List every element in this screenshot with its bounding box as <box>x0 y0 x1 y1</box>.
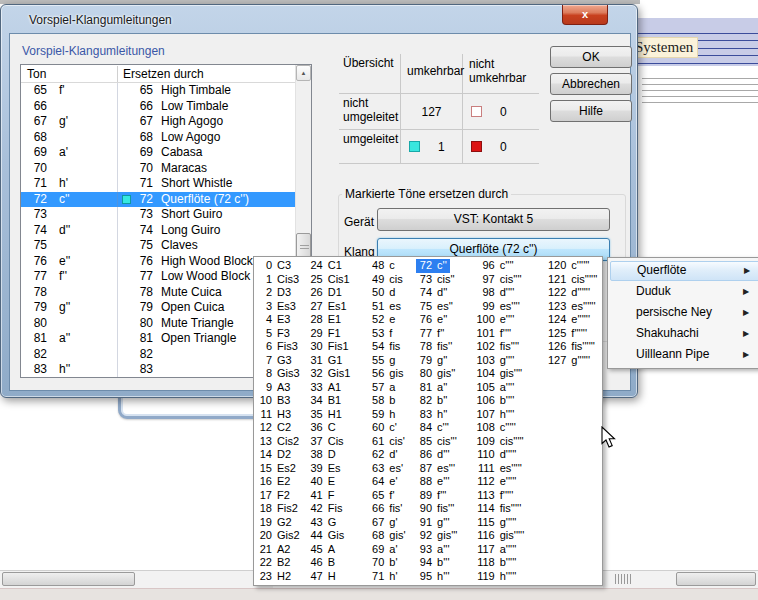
note-cell[interactable]: 0C3 <box>258 259 307 273</box>
note-cell[interactable]: 73cis'' <box>416 273 473 287</box>
note-cell[interactable]: 45A <box>307 543 369 557</box>
note-cell[interactable]: 55g <box>368 354 416 368</box>
note-cell[interactable]: 2D3 <box>258 286 307 300</box>
note-cell[interactable]: 85cis''' <box>416 435 473 449</box>
note-cell[interactable]: 119h''''' <box>473 570 545 584</box>
note-cell[interactable]: 71h' <box>368 570 416 584</box>
note-cell[interactable]: 98d'''' <box>473 286 545 300</box>
note-cell[interactable]: 29F1 <box>307 327 369 341</box>
context-menu-item[interactable]: Uillleann Pipe▶ <box>610 345 758 365</box>
note-cell[interactable]: 126fis'''''' <box>544 340 602 354</box>
note-cell[interactable]: 12C2 <box>258 421 307 435</box>
context-menu-item[interactable]: Duduk▶ <box>610 282 758 302</box>
note-cell[interactable]: 66fis' <box>368 502 416 516</box>
note-cell[interactable]: 38D <box>307 448 369 462</box>
scroll-up-icon[interactable]: ▲ <box>296 65 311 81</box>
note-cell[interactable]: 33A1 <box>307 381 369 395</box>
note-cell[interactable]: 113f''''' <box>473 489 545 503</box>
abbrechen-button[interactable]: Abbrechen <box>550 73 632 95</box>
note-cell[interactable]: 11H3 <box>258 408 307 422</box>
note-cell[interactable]: 68gis' <box>368 529 416 543</box>
note-cell[interactable]: 44Gis <box>307 529 369 543</box>
note-cell[interactable]: 18Fis2 <box>258 502 307 516</box>
note-cell[interactable]: 75es'' <box>416 300 473 314</box>
note-cell[interactable]: 67g' <box>368 516 416 530</box>
context-menu-item[interactable]: Querflöte▶ <box>610 261 758 281</box>
note-cell[interactable]: 97cis'''' <box>473 273 545 287</box>
note-cell[interactable]: 125f'''''' <box>544 327 602 341</box>
note-cell[interactable]: 83h'' <box>416 408 473 422</box>
note-cell[interactable]: 87es''' <box>416 462 473 476</box>
note-cell[interactable]: 42Fis <box>307 502 369 516</box>
note-cell[interactable]: 52e <box>368 313 416 327</box>
note-cell[interactable]: 34B1 <box>307 394 369 408</box>
note-cell[interactable]: 10B3 <box>258 394 307 408</box>
note-cell[interactable]: 104gis'''' <box>473 367 545 381</box>
note-cell[interactable]: 48c <box>368 259 416 273</box>
note-cell[interactable]: 63es' <box>368 462 416 476</box>
note-cell[interactable]: 19G2 <box>258 516 307 530</box>
note-cell[interactable]: 41F <box>307 489 369 503</box>
note-cell[interactable]: 23H2 <box>258 570 307 584</box>
note-cell[interactable]: 78fis'' <box>416 340 473 354</box>
note-cell[interactable]: 117a''''' <box>473 543 545 557</box>
background-hscrollbar-thumb[interactable] <box>676 572 756 586</box>
note-cell[interactable]: 22B2 <box>258 556 307 570</box>
splitter-grip[interactable] <box>615 574 631 584</box>
note-cell[interactable]: 54fis <box>368 340 416 354</box>
tone-row[interactable]: 72c''72Querflöte (72 c'') <box>21 192 295 208</box>
tone-row[interactable]: 69a'69Cabasa <box>21 145 295 161</box>
note-cell[interactable]: 58b <box>368 394 416 408</box>
note-cell[interactable]: 28E1 <box>307 313 369 327</box>
note-cell[interactable]: 124e'''''' <box>544 313 602 327</box>
tone-row[interactable]: 67g'67High Agogo <box>21 114 295 130</box>
column-header-ton[interactable]: Ton <box>27 67 46 81</box>
tone-row[interactable]: 71h'71Short Whistle <box>21 176 295 192</box>
note-cell[interactable]: 8Gis3 <box>258 367 307 381</box>
note-cell[interactable]: 82b'' <box>416 394 473 408</box>
note-cell[interactable]: 70b' <box>368 556 416 570</box>
note-cell[interactable]: 80gis'' <box>416 367 473 381</box>
note-cell[interactable]: 3Es3 <box>258 300 307 314</box>
note-cell[interactable]: 74d'' <box>416 286 473 300</box>
note-cell[interactable]: 53f <box>368 327 416 341</box>
note-cell[interactable]: 15Es2 <box>258 462 307 476</box>
note-cell[interactable]: 20Gis2 <box>258 529 307 543</box>
tone-row[interactable]: 6868Low Agogo <box>21 130 295 146</box>
note-cell[interactable]: 89f''' <box>416 489 473 503</box>
tone-row[interactable]: 65f'65High Timbale <box>21 83 295 99</box>
note-cell[interactable]: 101f'''' <box>473 327 545 341</box>
note-cell[interactable]: 77f'' <box>416 327 473 341</box>
note-cell[interactable]: 116gis''''' <box>473 529 545 543</box>
hilfe-button[interactable]: Hilfe <box>550 100 632 122</box>
note-cell[interactable]: 49cis <box>368 273 416 287</box>
note-cell[interactable]: 16E2 <box>258 475 307 489</box>
note-cell[interactable]: 120c'''''' <box>544 259 602 273</box>
note-cell[interactable]: 57a <box>368 381 416 395</box>
note-cell[interactable]: 107h'''' <box>473 408 545 422</box>
note-cell[interactable]: 93a''' <box>416 543 473 557</box>
note-cell[interactable]: 39Es <box>307 462 369 476</box>
note-cell[interactable]: 105a'''' <box>473 381 545 395</box>
note-cell[interactable]: 7G3 <box>258 354 307 368</box>
note-cell[interactable]: 9A3 <box>258 381 307 395</box>
column-header-ersetzen-durch[interactable]: Ersetzen durch <box>123 67 204 81</box>
note-cell[interactable]: 76e'' <box>416 313 473 327</box>
note-cell[interactable]: 37Cis <box>307 435 369 449</box>
note-cell[interactable]: 65f' <box>368 489 416 503</box>
close-button[interactable]: x <box>562 5 608 25</box>
note-cell[interactable]: 51es <box>368 300 416 314</box>
note-cell[interactable]: 84c''' <box>416 421 473 435</box>
tone-row[interactable]: 7575Claves <box>21 238 295 254</box>
note-cell[interactable]: 81a'' <box>416 381 473 395</box>
note-cell[interactable]: 114fis''''' <box>473 502 545 516</box>
tone-row[interactable]: 74d''74Long Guiro <box>21 223 295 239</box>
note-cell[interactable]: 36C <box>307 421 369 435</box>
note-cell[interactable]: 112e''''' <box>473 475 545 489</box>
note-cell[interactable]: 35H1 <box>307 408 369 422</box>
note-cell[interactable]: 118b''''' <box>473 556 545 570</box>
note-cell[interactable]: 100e'''' <box>473 313 545 327</box>
tone-row[interactable]: 7070Maracas <box>21 161 295 177</box>
ok-button[interactable]: OK <box>550 46 632 68</box>
note-cell[interactable]: 40E <box>307 475 369 489</box>
